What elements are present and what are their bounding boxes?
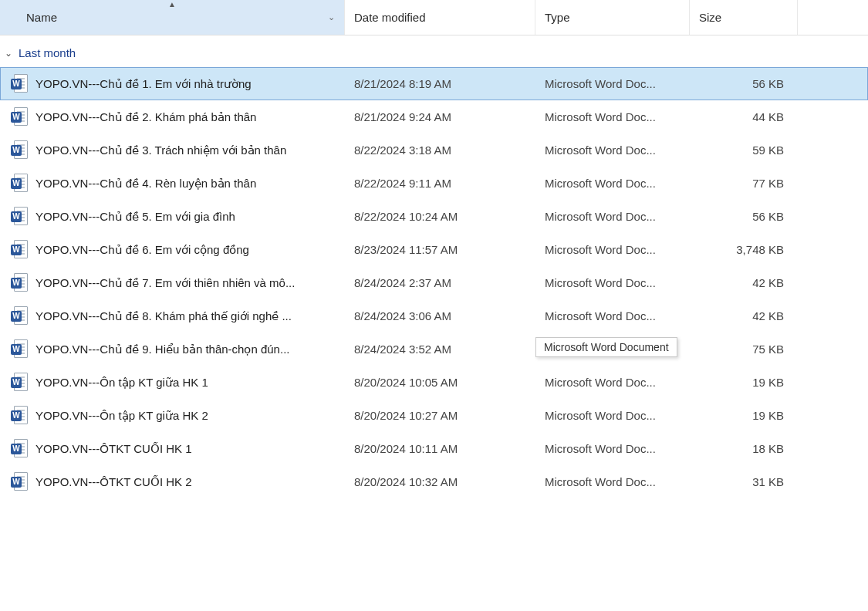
file-row[interactable]: WYOPO.VN---Chủ đề 1. Em với nhà trường8/… [0,67,868,100]
file-date-cell: 8/22/2024 3:18 AM [345,143,535,157]
column-header-size[interactable]: Size [690,0,798,35]
file-type-cell: Microsoft Word Doc... [535,475,690,488]
word-document-icon: W [11,240,28,260]
file-row[interactable]: WYOPO.VN---Ôn tập KT giữa HK 28/20/2024 … [0,399,868,432]
file-name-cell[interactable]: WYOPO.VN---Chủ đề 9. Hiểu bản thân-chọn … [0,339,345,360]
group-header[interactable]: ⌄ Last month [0,35,868,67]
column-header-type-label: Type [545,11,570,24]
file-name-label: YOPO.VN---Chủ đề 8. Khám phá thế giới ng… [35,309,345,323]
file-name-label: YOPO.VN---ÔTKT CUỐI HK 2 [35,475,345,489]
file-type-cell: Microsoft Word Doc... [535,177,690,190]
file-size-cell: 19 KB [690,409,787,422]
chevron-down-icon[interactable]: ⌄ [328,12,335,22]
word-document-icon: W [11,74,28,94]
word-document-icon: W [11,406,28,426]
file-name-label: YOPO.VN---Chủ đề 3. Trách nhiệm với bản … [35,143,345,157]
file-name-cell[interactable]: WYOPO.VN---Chủ đề 7. Em với thiên nhiên … [0,273,345,293]
file-name-cell[interactable]: WYOPO.VN---ÔTKT CUỐI HK 1 [0,439,345,459]
file-name-cell[interactable]: WYOPO.VN---Chủ đề 4. Rèn luyện bản thân [0,174,345,194]
word-document-icon: W [11,174,28,194]
file-name-cell[interactable]: WYOPO.VN---Chủ đề 1. Em với nhà trường [0,74,345,94]
word-document-icon: W [11,140,28,160]
file-name-cell[interactable]: WYOPO.VN---Chủ đề 2. Khám phá bản thân [0,107,345,127]
column-header-name[interactable]: ▲ Name ⌄ [0,0,345,35]
file-name-cell[interactable]: WYOPO.VN---Ôn tập KT giữa HK 1 [0,373,345,393]
file-date-cell: 8/20/2024 10:05 AM [345,376,535,389]
file-size-cell: 19 KB [690,376,787,389]
file-row[interactable]: WYOPO.VN---Chủ đề 9. Hiểu bản thân-chọn … [0,333,868,366]
file-date-cell: 8/24/2024 2:37 AM [345,276,535,289]
word-document-icon: W [11,273,28,293]
file-date-cell: 8/24/2024 3:06 AM [345,309,535,322]
group-header-label: Last month [19,46,76,59]
file-date-cell: 8/21/2024 9:24 AM [345,110,535,123]
file-name-label: YOPO.VN---Chủ đề 5. Em với gia đình [35,210,345,224]
file-date-cell: 8/20/2024 10:32 AM [345,475,535,488]
tooltip: Microsoft Word Document [535,337,677,357]
column-header-date[interactable]: Date modified [345,0,535,35]
file-size-cell: 3,748 KB [690,243,787,256]
word-document-icon: W [11,306,28,326]
file-name-cell[interactable]: WYOPO.VN---Chủ đề 8. Khám phá thế giới n… [0,306,345,326]
file-type-cell: Microsoft Word Doc... [535,77,690,90]
file-row[interactable]: WYOPO.VN---Chủ đề 7. Em với thiên nhiên … [0,266,868,299]
file-name-label: YOPO.VN---Ôn tập KT giữa HK 1 [35,376,345,390]
word-document-icon: W [11,373,28,393]
file-size-cell: 59 KB [690,143,787,157]
column-header-row: ▲ Name ⌄ Date modified Type Size [0,0,868,35]
file-type-cell: Microsoft Word Doc... [535,376,690,389]
file-size-cell: 31 KB [690,475,787,488]
file-name-label: YOPO.VN---Ôn tập KT giữa HK 2 [35,409,345,423]
chevron-down-icon: ⌄ [3,48,14,59]
word-document-icon: W [11,439,28,459]
word-document-icon: W [11,207,28,227]
file-size-cell: 56 KB [690,210,787,223]
file-type-cell: Microsoft Word Doc... [535,210,690,223]
file-name-cell[interactable]: WYOPO.VN---Chủ đề 6. Em với cộng đồng [0,240,345,260]
file-row[interactable]: WYOPO.VN---Chủ đề 8. Khám phá thế giới n… [0,299,868,333]
file-type-cell: Microsoft Word Doc... [535,409,690,422]
word-document-icon: W [11,472,28,492]
file-date-cell: 8/22/2024 9:11 AM [345,177,535,190]
file-date-cell: 8/24/2024 3:52 AM [345,343,535,356]
file-name-label: YOPO.VN---Chủ đề 1. Em với nhà trường [35,77,345,91]
sort-ascending-icon: ▲ [168,0,176,8]
file-name-label: YOPO.VN---Chủ đề 7. Em với thiên nhiên v… [35,276,345,290]
word-document-icon: W [11,107,28,127]
file-size-cell: 44 KB [690,110,787,123]
file-row[interactable]: WYOPO.VN---ÔTKT CUỐI HK 28/20/2024 10:32… [0,465,868,498]
file-name-label: YOPO.VN---ÔTKT CUỐI HK 1 [35,442,345,456]
file-row[interactable]: WYOPO.VN---Chủ đề 3. Trách nhiệm với bản… [0,133,868,167]
file-size-cell: 56 KB [690,77,787,90]
file-type-cell: Microsoft Word Doc... [535,143,690,157]
file-name-cell[interactable]: WYOPO.VN---Chủ đề 3. Trách nhiệm với bản… [0,140,345,160]
column-header-date-label: Date modified [354,11,426,24]
file-list: WYOPO.VN---Chủ đề 1. Em với nhà trường8/… [0,67,868,498]
file-size-cell: 75 KB [690,343,787,356]
file-row[interactable]: WYOPO.VN---Chủ đề 4. Rèn luyện bản thân8… [0,167,868,200]
file-type-cell: Microsoft Word Doc... [535,243,690,256]
file-row[interactable]: WYOPO.VN---Chủ đề 2. Khám phá bản thân8/… [0,100,868,133]
file-size-cell: 42 KB [690,276,787,289]
file-row[interactable]: WYOPO.VN---Ôn tập KT giữa HK 18/20/2024 … [0,366,868,399]
file-name-cell[interactable]: WYOPO.VN---ÔTKT CUỐI HK 2 [0,472,345,492]
file-name-cell[interactable]: WYOPO.VN---Ôn tập KT giữa HK 2 [0,406,345,426]
column-header-size-label: Size [699,11,721,24]
file-date-cell: 8/21/2024 8:19 AM [345,77,535,90]
file-size-cell: 18 KB [690,442,787,455]
file-name-label: YOPO.VN---Chủ đề 4. Rèn luyện bản thân [35,177,345,191]
file-date-cell: 8/20/2024 10:27 AM [345,409,535,422]
file-type-cell: Microsoft Word Doc... [535,110,690,123]
file-row[interactable]: WYOPO.VN---Chủ đề 6. Em với cộng đồng8/2… [0,233,868,266]
file-size-cell: 42 KB [690,309,787,322]
word-document-icon: W [11,339,28,360]
column-header-type[interactable]: Type [535,0,690,35]
file-row[interactable]: WYOPO.VN---Chủ đề 5. Em với gia đình8/22… [0,200,868,233]
file-date-cell: 8/23/2024 11:57 AM [345,243,535,256]
file-row[interactable]: WYOPO.VN---ÔTKT CUỐI HK 18/20/2024 10:11… [0,432,868,465]
column-header-name-label: Name [26,11,57,24]
file-type-cell: Microsoft Word Doc... [535,442,690,455]
file-type-cell: Microsoft Word Doc... [535,276,690,289]
file-name-cell[interactable]: WYOPO.VN---Chủ đề 5. Em với gia đình [0,207,345,227]
file-name-label: YOPO.VN---Chủ đề 6. Em với cộng đồng [35,243,345,257]
